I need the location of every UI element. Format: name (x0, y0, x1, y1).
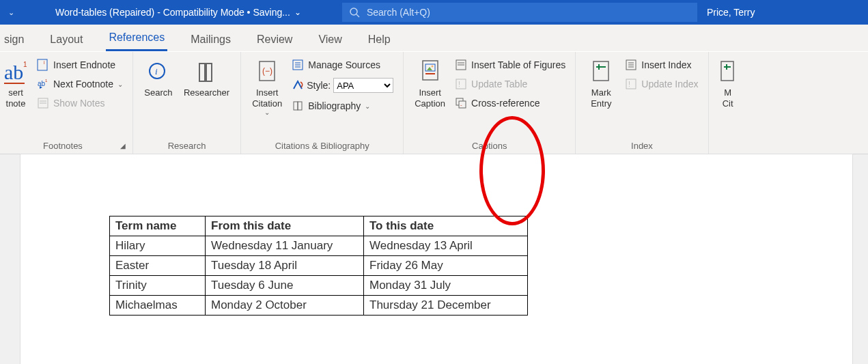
group-captions-label: Captions (410, 138, 568, 152)
tof-icon (455, 59, 467, 71)
tab-review[interactable]: Review (254, 29, 295, 51)
insert-footnote-l1: sert (8, 87, 23, 98)
insert-caption-label: Insert Caption (415, 87, 445, 109)
svg-text:i: i (155, 66, 158, 76)
update-table-label: Update Table (471, 79, 527, 89)
insert-footnote-button[interactable]: ab1 sert tnote (0, 56, 31, 110)
tab-help[interactable]: Help (365, 29, 393, 51)
manage-sources-icon (292, 59, 304, 71)
svg-text:!: ! (628, 81, 630, 88)
update-index-label: Update Index (641, 79, 698, 89)
svg-rect-37 (593, 61, 608, 81)
title-bar: ⌄ Word-tables (Repaired) - Compatibility… (0, 0, 868, 25)
insert-footnote-l2: tnote (6, 98, 26, 109)
table-row[interactable]: Easter Tuesday 18 April Friday 26 May (110, 256, 528, 276)
doc-title-text: Word-tables (Repaired) - Compatibility M… (55, 7, 290, 18)
style-label: Style: (307, 80, 331, 91)
user-name[interactable]: Price, Terry (707, 7, 755, 18)
document-canvas: Term name From this date To this date Hi… (0, 154, 868, 364)
next-footnote-icon: ab1 (37, 78, 49, 90)
search-button[interactable]: i Search (140, 56, 177, 100)
tab-layout[interactable]: Layout (47, 29, 85, 51)
search-label: Search (144, 87, 172, 98)
svg-point-27 (431, 66, 433, 68)
insert-caption-button[interactable]: Insert Caption (410, 56, 449, 110)
search-box[interactable] (342, 3, 697, 22)
svg-rect-22 (294, 102, 298, 110)
mark-entry-label: Mark Entry (591, 87, 611, 109)
svg-text:i: i (44, 60, 45, 65)
show-notes-button: Show Notes (34, 96, 126, 111)
bibliography-icon (292, 100, 304, 112)
svg-text:!: ! (458, 81, 460, 88)
mark-citation-icon (720, 57, 736, 87)
table-row[interactable]: Michaelmas Monday 2 October Thursday 21 … (110, 296, 528, 316)
terms-table[interactable]: Term name From this date To this date Hi… (109, 216, 528, 316)
group-footnotes: ab1 sert tnote i Insert Endnote ab1 Next… (0, 52, 133, 154)
tab-design[interactable]: sign (1, 29, 27, 51)
svg-line-1 (356, 14, 359, 17)
bibliography-label: Bibliography (308, 100, 361, 111)
group-citations: (−) Insert Citation ⌄ Manage Sources Sty… (241, 52, 404, 154)
table-row[interactable]: Hilary Wednesday 11 January Wednesday 13… (110, 236, 528, 256)
show-notes-icon (37, 97, 49, 109)
cross-ref-icon: - (455, 97, 467, 109)
show-notes-label: Show Notes (53, 98, 104, 109)
th-term[interactable]: Term name (110, 216, 206, 236)
page[interactable]: Term name From this date To this date Hi… (20, 154, 852, 364)
th-from[interactable]: From this date (206, 216, 364, 236)
qat-chevron-icon[interactable]: ⌄ (8, 8, 14, 17)
smart-lookup-icon: i (147, 57, 170, 87)
svg-text:ab: ab (4, 61, 23, 83)
svg-rect-23 (298, 102, 302, 110)
mark-entry-button[interactable]: Mark Entry (583, 56, 619, 110)
next-footnote-button[interactable]: ab1 Next Footnote ⌄ (34, 76, 126, 92)
svg-rect-5 (38, 59, 47, 70)
table-row[interactable]: Trinity Tuesday 6 June Monday 31 July (110, 276, 528, 296)
tab-view[interactable]: View (316, 29, 344, 51)
update-index-icon: ! (625, 78, 637, 90)
manage-sources-button[interactable]: Manage Sources (289, 57, 396, 72)
group-toa: M Cit (709, 52, 747, 154)
citation-icon: (−) (255, 57, 279, 87)
researcher-label: Researcher (184, 87, 229, 98)
group-research-label: Research (140, 138, 234, 152)
update-table-icon: ! (455, 78, 467, 90)
insert-index-icon (625, 59, 637, 71)
insert-endnote-label: Insert Endnote (53, 59, 115, 70)
group-research: i Search Researcher Research (133, 52, 241, 154)
style-select[interactable]: APA (333, 78, 393, 93)
researcher-button[interactable]: Researcher (180, 56, 234, 100)
insert-tof-label: Insert Table of Figures (471, 59, 565, 70)
search-input[interactable] (367, 7, 690, 18)
group-index: Mark Entry Insert Index ! Update Index I… (576, 52, 708, 154)
th-to[interactable]: To this date (364, 216, 528, 236)
insert-endnote-button[interactable]: i Insert Endnote (34, 57, 126, 72)
title-dropdown-icon[interactable]: ⌄ (294, 8, 301, 17)
tab-mailings[interactable]: Mailings (188, 29, 234, 51)
style-icon (292, 79, 304, 92)
mark-citation-button[interactable]: M Cit (716, 56, 740, 110)
ribbon-tabs: sign Layout References Mailings Review V… (0, 25, 868, 52)
svg-rect-15 (206, 64, 212, 81)
cross-reference-button[interactable]: - Cross-reference (452, 96, 568, 111)
caption-icon (419, 57, 442, 87)
svg-text:1: 1 (45, 79, 48, 83)
svg-text:(−): (−) (262, 66, 272, 76)
cross-ref-label: Cross-reference (471, 98, 540, 109)
dialog-launcher-icon[interactable]: ◢ (120, 142, 126, 150)
endnote-icon: i (37, 59, 49, 71)
insert-index-button[interactable]: Insert Index (622, 57, 701, 72)
insert-citation-button[interactable]: (−) Insert Citation ⌄ (248, 56, 286, 118)
insert-tof-button[interactable]: Insert Table of Figures (452, 57, 568, 72)
footnote-icon: ab1 (4, 57, 27, 87)
manage-sources-label: Manage Sources (308, 59, 380, 70)
mark-citation-label: M Cit (723, 87, 733, 109)
tab-references[interactable]: References (106, 27, 167, 51)
group-index-label: Index (583, 138, 701, 152)
bibliography-button[interactable]: Bibliography ⌄ (289, 98, 396, 113)
ribbon: ab1 sert tnote i Insert Endnote ab1 Next… (0, 52, 868, 154)
svg-marker-26 (427, 67, 432, 70)
update-table-button: ! Update Table (452, 76, 568, 92)
citation-style-row: Style: APA (289, 76, 396, 94)
